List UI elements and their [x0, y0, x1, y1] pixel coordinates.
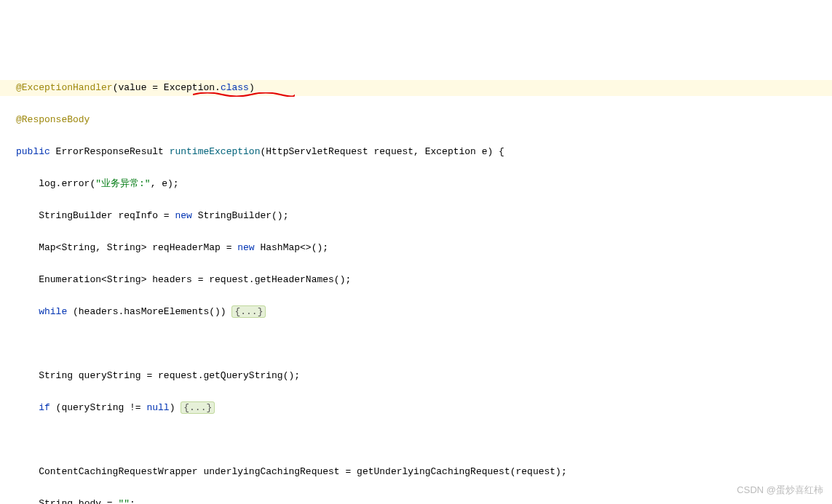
code-line: ContentCachingRequestWrapper underlyingC… — [0, 464, 832, 480]
code-line: @ResponseBody — [0, 112, 832, 128]
folded-region[interactable]: {...} — [231, 305, 266, 318]
code-line — [0, 336, 832, 352]
code-line — [0, 432, 832, 448]
string-literal: "业务异常:" — [95, 178, 150, 189]
watermark: CSDN @蛋炒喜红柿 — [737, 482, 823, 498]
method-declaration: runtimeException — [170, 146, 261, 157]
code-line: if (queryString != null) {...} — [0, 400, 832, 416]
code-line: log.error("业务异常:", e); — [0, 176, 832, 192]
annotation: @ResponseBody — [16, 114, 90, 125]
code-line: @ExceptionHandler(value = Exception.clas… — [0, 80, 832, 96]
code-line: Map<String, String> reqHeaderMap = new H… — [0, 240, 832, 256]
code-editor[interactable]: @ExceptionHandler(value = Exception.clas… — [0, 64, 832, 504]
code-line: public ErrorResponseResult runtimeExcept… — [0, 144, 832, 160]
annotation: @ExceptionHandler — [16, 82, 113, 93]
code-line: StringBuilder reqInfo = new StringBuilde… — [0, 208, 832, 224]
code-line: while (headers.hasMoreElements()) {...} — [0, 304, 832, 320]
code-line: Enumeration<String> headers = request.ge… — [0, 272, 832, 288]
code-line: String body = ""; — [0, 496, 832, 504]
code-line: String queryString = request.getQueryStr… — [0, 368, 832, 384]
folded-region[interactable]: {...} — [181, 401, 215, 414]
variable-body: body — [79, 498, 101, 504]
